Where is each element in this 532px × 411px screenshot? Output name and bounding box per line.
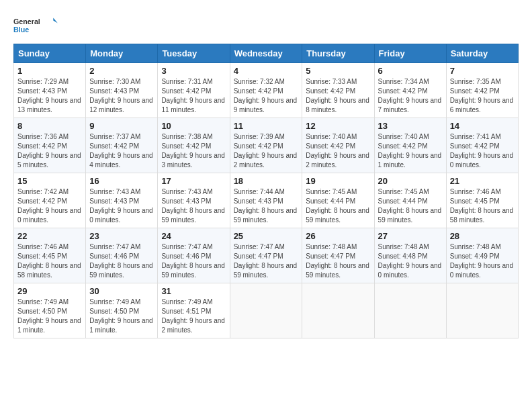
day-number: 15 <box>17 176 82 186</box>
day-info: Sunrise: 7:44 AM Sunset: 4:43 PM Dayligh… <box>234 187 299 225</box>
weekday-header: Wednesday <box>230 44 302 63</box>
day-info: Sunrise: 7:38 AM Sunset: 4:42 PM Dayligh… <box>161 132 226 170</box>
day-info: Sunrise: 7:40 AM Sunset: 4:42 PM Dayligh… <box>306 132 370 170</box>
day-info: Sunrise: 7:29 AM Sunset: 4:43 PM Dayligh… <box>17 77 82 115</box>
weekday-header: Friday <box>374 44 446 63</box>
calendar-cell: 20 Sunrise: 7:45 AM Sunset: 4:44 PM Dayl… <box>374 173 446 228</box>
calendar-week-row: 29 Sunrise: 7:49 AM Sunset: 4:50 PM Dayl… <box>14 283 519 338</box>
calendar-cell: 13 Sunrise: 7:40 AM Sunset: 4:42 PM Dayl… <box>374 118 446 173</box>
day-number: 10 <box>161 121 226 131</box>
logo: General Blue <box>13 13 60 37</box>
day-number: 6 <box>378 66 443 76</box>
day-info: Sunrise: 7:30 AM Sunset: 4:43 PM Dayligh… <box>89 77 154 115</box>
svg-text:Blue: Blue <box>13 26 29 34</box>
day-number: 30 <box>89 286 154 296</box>
calendar-cell: 30 Sunrise: 7:49 AM Sunset: 4:50 PM Dayl… <box>86 283 158 338</box>
day-number: 20 <box>378 176 443 186</box>
day-number: 18 <box>234 176 299 186</box>
calendar-cell: 16 Sunrise: 7:43 AM Sunset: 4:43 PM Dayl… <box>86 173 158 228</box>
day-number: 21 <box>450 176 515 186</box>
calendar-cell: 7 Sunrise: 7:35 AM Sunset: 4:42 PM Dayli… <box>446 63 518 118</box>
day-info: Sunrise: 7:43 AM Sunset: 4:43 PM Dayligh… <box>161 187 226 225</box>
weekday-header: Sunday <box>14 44 86 63</box>
calendar-cell <box>230 283 302 338</box>
day-number: 31 <box>161 286 226 296</box>
day-number: 13 <box>378 121 443 131</box>
page-header: General Blue <box>13 13 519 37</box>
day-number: 1 <box>17 66 82 76</box>
weekday-header: Thursday <box>302 44 374 63</box>
day-number: 25 <box>234 231 299 241</box>
day-info: Sunrise: 7:45 AM Sunset: 4:44 PM Dayligh… <box>378 187 443 225</box>
day-number: 12 <box>306 121 370 131</box>
calendar-cell: 12 Sunrise: 7:40 AM Sunset: 4:42 PM Dayl… <box>302 118 374 173</box>
day-info: Sunrise: 7:47 AM Sunset: 4:47 PM Dayligh… <box>234 242 299 280</box>
day-info: Sunrise: 7:43 AM Sunset: 4:43 PM Dayligh… <box>89 187 154 225</box>
day-info: Sunrise: 7:49 AM Sunset: 4:50 PM Dayligh… <box>17 298 82 335</box>
calendar-cell <box>302 283 374 338</box>
calendar-cell: 10 Sunrise: 7:38 AM Sunset: 4:42 PM Dayl… <box>158 118 230 173</box>
day-info: Sunrise: 7:39 AM Sunset: 4:42 PM Dayligh… <box>234 132 299 170</box>
calendar-header-row: SundayMondayTuesdayWednesdayThursdayFrid… <box>14 44 519 63</box>
calendar-cell: 26 Sunrise: 7:48 AM Sunset: 4:47 PM Dayl… <box>302 228 374 283</box>
day-info: Sunrise: 7:49 AM Sunset: 4:50 PM Dayligh… <box>89 298 154 335</box>
day-info: Sunrise: 7:33 AM Sunset: 4:42 PM Dayligh… <box>306 77 370 115</box>
calendar-cell: 25 Sunrise: 7:47 AM Sunset: 4:47 PM Dayl… <box>230 228 302 283</box>
day-info: Sunrise: 7:46 AM Sunset: 4:45 PM Dayligh… <box>17 242 82 280</box>
calendar-cell: 21 Sunrise: 7:46 AM Sunset: 4:45 PM Dayl… <box>446 173 518 228</box>
day-number: 4 <box>234 66 299 76</box>
day-number: 27 <box>378 231 443 241</box>
day-number: 26 <box>306 231 370 241</box>
calendar-cell <box>446 283 518 338</box>
day-info: Sunrise: 7:47 AM Sunset: 4:46 PM Dayligh… <box>89 242 154 280</box>
calendar-cell: 2 Sunrise: 7:30 AM Sunset: 4:43 PM Dayli… <box>86 63 158 118</box>
day-number: 22 <box>17 231 82 241</box>
day-number: 9 <box>89 121 154 131</box>
calendar-table: SundayMondayTuesdayWednesdayThursdayFrid… <box>13 44 519 338</box>
day-number: 29 <box>17 286 82 296</box>
day-number: 2 <box>89 66 154 76</box>
weekday-header: Tuesday <box>158 44 230 63</box>
calendar-cell: 8 Sunrise: 7:36 AM Sunset: 4:42 PM Dayli… <box>14 118 86 173</box>
day-info: Sunrise: 7:48 AM Sunset: 4:47 PM Dayligh… <box>306 242 370 280</box>
day-info: Sunrise: 7:49 AM Sunset: 4:51 PM Dayligh… <box>161 298 226 335</box>
day-number: 11 <box>234 121 299 131</box>
day-info: Sunrise: 7:46 AM Sunset: 4:45 PM Dayligh… <box>450 187 515 225</box>
weekday-header: Saturday <box>446 44 518 63</box>
day-number: 8 <box>17 121 82 131</box>
day-number: 28 <box>450 231 515 241</box>
day-number: 19 <box>306 176 370 186</box>
day-info: Sunrise: 7:35 AM Sunset: 4:42 PM Dayligh… <box>450 77 515 115</box>
day-number: 3 <box>161 66 226 76</box>
calendar-cell: 15 Sunrise: 7:42 AM Sunset: 4:42 PM Dayl… <box>14 173 86 228</box>
calendar-cell: 9 Sunrise: 7:37 AM Sunset: 4:42 PM Dayli… <box>86 118 158 173</box>
calendar-week-row: 22 Sunrise: 7:46 AM Sunset: 4:45 PM Dayl… <box>14 228 519 283</box>
calendar-cell: 5 Sunrise: 7:33 AM Sunset: 4:42 PM Dayli… <box>302 63 374 118</box>
calendar-cell: 14 Sunrise: 7:41 AM Sunset: 4:42 PM Dayl… <box>446 118 518 173</box>
calendar-cell: 31 Sunrise: 7:49 AM Sunset: 4:51 PM Dayl… <box>158 283 230 338</box>
calendar-cell: 24 Sunrise: 7:47 AM Sunset: 4:46 PM Dayl… <box>158 228 230 283</box>
day-info: Sunrise: 7:34 AM Sunset: 4:42 PM Dayligh… <box>378 77 443 115</box>
day-number: 24 <box>161 231 226 241</box>
calendar-cell: 4 Sunrise: 7:32 AM Sunset: 4:42 PM Dayli… <box>230 63 302 118</box>
day-number: 7 <box>450 66 515 76</box>
day-info: Sunrise: 7:32 AM Sunset: 4:42 PM Dayligh… <box>234 77 299 115</box>
calendar-cell: 3 Sunrise: 7:31 AM Sunset: 4:42 PM Dayli… <box>158 63 230 118</box>
svg-marker-2 <box>53 17 58 23</box>
day-info: Sunrise: 7:48 AM Sunset: 4:49 PM Dayligh… <box>450 242 515 280</box>
weekday-header: Monday <box>86 44 158 63</box>
day-number: 23 <box>89 231 154 241</box>
logo-icon: General Blue <box>13 13 60 37</box>
day-info: Sunrise: 7:42 AM Sunset: 4:42 PM Dayligh… <box>17 187 82 225</box>
day-number: 5 <box>306 66 370 76</box>
day-info: Sunrise: 7:45 AM Sunset: 4:44 PM Dayligh… <box>306 187 370 225</box>
day-number: 16 <box>89 176 154 186</box>
calendar-cell: 29 Sunrise: 7:49 AM Sunset: 4:50 PM Dayl… <box>14 283 86 338</box>
calendar-cell: 18 Sunrise: 7:44 AM Sunset: 4:43 PM Dayl… <box>230 173 302 228</box>
calendar-cell: 27 Sunrise: 7:48 AM Sunset: 4:48 PM Dayl… <box>374 228 446 283</box>
day-info: Sunrise: 7:37 AM Sunset: 4:42 PM Dayligh… <box>89 132 154 170</box>
day-number: 17 <box>161 176 226 186</box>
day-info: Sunrise: 7:47 AM Sunset: 4:46 PM Dayligh… <box>161 242 226 280</box>
day-info: Sunrise: 7:36 AM Sunset: 4:42 PM Dayligh… <box>17 132 82 170</box>
calendar-cell: 6 Sunrise: 7:34 AM Sunset: 4:42 PM Dayli… <box>374 63 446 118</box>
